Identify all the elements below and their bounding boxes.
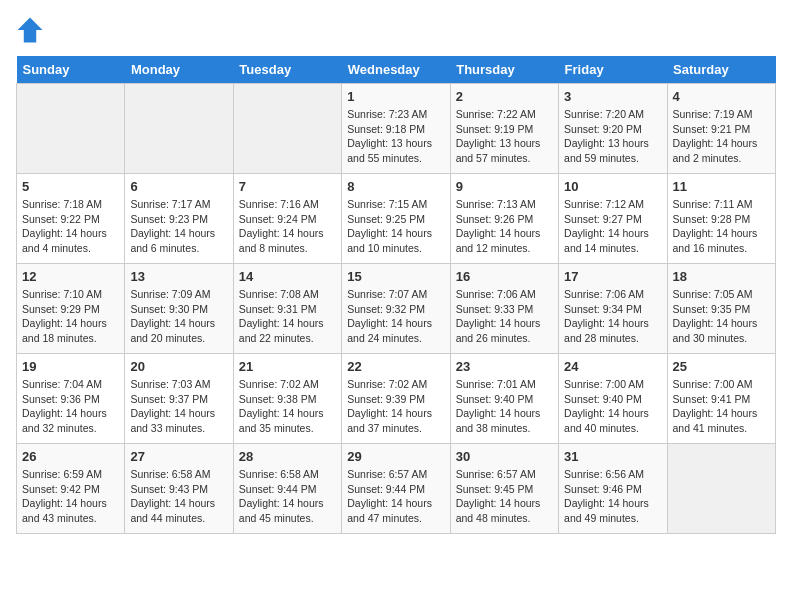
day-number: 21 (239, 359, 336, 374)
day-number: 27 (130, 449, 227, 464)
day-number: 19 (22, 359, 119, 374)
svg-marker-0 (18, 18, 43, 43)
day-info: Sunrise: 7:19 AM Sunset: 9:21 PM Dayligh… (673, 107, 770, 166)
day-info: Sunrise: 7:04 AM Sunset: 9:36 PM Dayligh… (22, 377, 119, 436)
header-cell-saturday: Saturday (667, 56, 775, 84)
day-cell: 23Sunrise: 7:01 AM Sunset: 9:40 PM Dayli… (450, 354, 558, 444)
header-cell-tuesday: Tuesday (233, 56, 341, 84)
day-cell: 20Sunrise: 7:03 AM Sunset: 9:37 PM Dayli… (125, 354, 233, 444)
day-cell: 6Sunrise: 7:17 AM Sunset: 9:23 PM Daylig… (125, 174, 233, 264)
day-cell: 28Sunrise: 6:58 AM Sunset: 9:44 PM Dayli… (233, 444, 341, 534)
day-cell (667, 444, 775, 534)
day-number: 20 (130, 359, 227, 374)
day-number: 16 (456, 269, 553, 284)
day-number: 18 (673, 269, 770, 284)
day-cell: 22Sunrise: 7:02 AM Sunset: 9:39 PM Dayli… (342, 354, 450, 444)
day-cell: 19Sunrise: 7:04 AM Sunset: 9:36 PM Dayli… (17, 354, 125, 444)
day-cell: 29Sunrise: 6:57 AM Sunset: 9:44 PM Dayli… (342, 444, 450, 534)
day-info: Sunrise: 6:58 AM Sunset: 9:43 PM Dayligh… (130, 467, 227, 526)
day-info: Sunrise: 7:20 AM Sunset: 9:20 PM Dayligh… (564, 107, 661, 166)
page-header (16, 16, 776, 44)
day-number: 3 (564, 89, 661, 104)
day-number: 2 (456, 89, 553, 104)
day-number: 4 (673, 89, 770, 104)
day-number: 14 (239, 269, 336, 284)
day-cell: 12Sunrise: 7:10 AM Sunset: 9:29 PM Dayli… (17, 264, 125, 354)
day-info: Sunrise: 7:09 AM Sunset: 9:30 PM Dayligh… (130, 287, 227, 346)
day-cell: 3Sunrise: 7:20 AM Sunset: 9:20 PM Daylig… (559, 84, 667, 174)
day-number: 9 (456, 179, 553, 194)
day-info: Sunrise: 7:05 AM Sunset: 9:35 PM Dayligh… (673, 287, 770, 346)
day-info: Sunrise: 6:57 AM Sunset: 9:45 PM Dayligh… (456, 467, 553, 526)
day-cell: 2Sunrise: 7:22 AM Sunset: 9:19 PM Daylig… (450, 84, 558, 174)
day-cell: 27Sunrise: 6:58 AM Sunset: 9:43 PM Dayli… (125, 444, 233, 534)
day-number: 26 (22, 449, 119, 464)
day-info: Sunrise: 7:03 AM Sunset: 9:37 PM Dayligh… (130, 377, 227, 436)
day-info: Sunrise: 7:06 AM Sunset: 9:33 PM Dayligh… (456, 287, 553, 346)
day-number: 17 (564, 269, 661, 284)
day-info: Sunrise: 7:18 AM Sunset: 9:22 PM Dayligh… (22, 197, 119, 256)
day-cell: 8Sunrise: 7:15 AM Sunset: 9:25 PM Daylig… (342, 174, 450, 264)
day-cell: 13Sunrise: 7:09 AM Sunset: 9:30 PM Dayli… (125, 264, 233, 354)
header-row: SundayMondayTuesdayWednesdayThursdayFrid… (17, 56, 776, 84)
day-cell: 1Sunrise: 7:23 AM Sunset: 9:18 PM Daylig… (342, 84, 450, 174)
day-cell: 5Sunrise: 7:18 AM Sunset: 9:22 PM Daylig… (17, 174, 125, 264)
day-cell: 14Sunrise: 7:08 AM Sunset: 9:31 PM Dayli… (233, 264, 341, 354)
week-row-1: 5Sunrise: 7:18 AM Sunset: 9:22 PM Daylig… (17, 174, 776, 264)
day-info: Sunrise: 7:07 AM Sunset: 9:32 PM Dayligh… (347, 287, 444, 346)
day-number: 24 (564, 359, 661, 374)
day-cell: 18Sunrise: 7:05 AM Sunset: 9:35 PM Dayli… (667, 264, 775, 354)
day-cell (233, 84, 341, 174)
header-cell-thursday: Thursday (450, 56, 558, 84)
day-number: 25 (673, 359, 770, 374)
day-cell (17, 84, 125, 174)
logo (16, 16, 46, 44)
day-number: 29 (347, 449, 444, 464)
day-cell: 4Sunrise: 7:19 AM Sunset: 9:21 PM Daylig… (667, 84, 775, 174)
day-info: Sunrise: 6:59 AM Sunset: 9:42 PM Dayligh… (22, 467, 119, 526)
day-cell: 11Sunrise: 7:11 AM Sunset: 9:28 PM Dayli… (667, 174, 775, 264)
day-info: Sunrise: 7:12 AM Sunset: 9:27 PM Dayligh… (564, 197, 661, 256)
day-number: 12 (22, 269, 119, 284)
header-cell-friday: Friday (559, 56, 667, 84)
header-cell-sunday: Sunday (17, 56, 125, 84)
day-number: 22 (347, 359, 444, 374)
day-info: Sunrise: 7:06 AM Sunset: 9:34 PM Dayligh… (564, 287, 661, 346)
header-cell-monday: Monday (125, 56, 233, 84)
day-info: Sunrise: 7:22 AM Sunset: 9:19 PM Dayligh… (456, 107, 553, 166)
day-cell: 15Sunrise: 7:07 AM Sunset: 9:32 PM Dayli… (342, 264, 450, 354)
day-info: Sunrise: 7:10 AM Sunset: 9:29 PM Dayligh… (22, 287, 119, 346)
logo-icon (16, 16, 44, 44)
week-row-2: 12Sunrise: 7:10 AM Sunset: 9:29 PM Dayli… (17, 264, 776, 354)
day-cell: 16Sunrise: 7:06 AM Sunset: 9:33 PM Dayli… (450, 264, 558, 354)
day-info: Sunrise: 6:57 AM Sunset: 9:44 PM Dayligh… (347, 467, 444, 526)
day-cell: 31Sunrise: 6:56 AM Sunset: 9:46 PM Dayli… (559, 444, 667, 534)
week-row-4: 26Sunrise: 6:59 AM Sunset: 9:42 PM Dayli… (17, 444, 776, 534)
day-cell: 30Sunrise: 6:57 AM Sunset: 9:45 PM Dayli… (450, 444, 558, 534)
day-number: 15 (347, 269, 444, 284)
day-number: 30 (456, 449, 553, 464)
day-cell: 25Sunrise: 7:00 AM Sunset: 9:41 PM Dayli… (667, 354, 775, 444)
day-number: 8 (347, 179, 444, 194)
day-info: Sunrise: 7:16 AM Sunset: 9:24 PM Dayligh… (239, 197, 336, 256)
day-cell: 17Sunrise: 7:06 AM Sunset: 9:34 PM Dayli… (559, 264, 667, 354)
day-info: Sunrise: 7:13 AM Sunset: 9:26 PM Dayligh… (456, 197, 553, 256)
day-cell: 10Sunrise: 7:12 AM Sunset: 9:27 PM Dayli… (559, 174, 667, 264)
week-row-3: 19Sunrise: 7:04 AM Sunset: 9:36 PM Dayli… (17, 354, 776, 444)
day-info: Sunrise: 7:00 AM Sunset: 9:40 PM Dayligh… (564, 377, 661, 436)
day-info: Sunrise: 6:58 AM Sunset: 9:44 PM Dayligh… (239, 467, 336, 526)
day-number: 5 (22, 179, 119, 194)
day-number: 1 (347, 89, 444, 104)
day-info: Sunrise: 7:02 AM Sunset: 9:38 PM Dayligh… (239, 377, 336, 436)
header-cell-wednesday: Wednesday (342, 56, 450, 84)
day-info: Sunrise: 7:00 AM Sunset: 9:41 PM Dayligh… (673, 377, 770, 436)
day-number: 13 (130, 269, 227, 284)
day-info: Sunrise: 7:01 AM Sunset: 9:40 PM Dayligh… (456, 377, 553, 436)
day-number: 11 (673, 179, 770, 194)
day-number: 6 (130, 179, 227, 194)
day-info: Sunrise: 7:15 AM Sunset: 9:25 PM Dayligh… (347, 197, 444, 256)
day-info: Sunrise: 7:02 AM Sunset: 9:39 PM Dayligh… (347, 377, 444, 436)
day-number: 23 (456, 359, 553, 374)
calendar-body: 1Sunrise: 7:23 AM Sunset: 9:18 PM Daylig… (17, 84, 776, 534)
week-row-0: 1Sunrise: 7:23 AM Sunset: 9:18 PM Daylig… (17, 84, 776, 174)
